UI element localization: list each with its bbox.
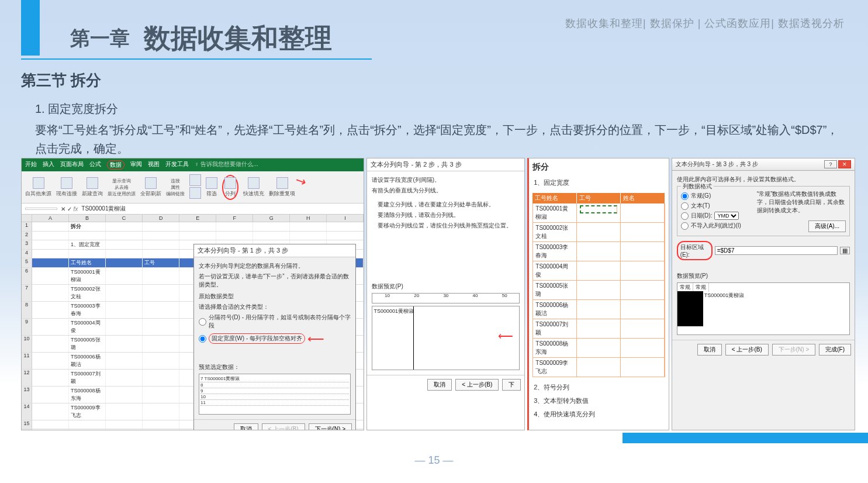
ruler[interactable]: 1020304050 (372, 293, 520, 303)
mid-sub1: 1、固定宽度 (529, 176, 669, 189)
grp-external[interactable]: 自其他来源 (25, 177, 51, 198)
formula-value: TS000001黄柳淑 (81, 205, 126, 213)
back-button[interactable]: < 上一步(B) (455, 379, 499, 391)
dialog-buttons: 取消 < 上一步(B) 下一步(N) > 完成(F) (672, 340, 855, 359)
cancel-button[interactable]: 取消 (234, 423, 258, 430)
screenshot-step3: 文本分列向导 - 第 3 步，共 3 步 ? ✕ 使用此屏内容可选择各列，并设置… (672, 158, 855, 430)
grp-querylist[interactable]: 显示查询从表格最近使用的源 (108, 178, 136, 197)
target-range-row: 目标区域(E): ▦ (677, 241, 850, 260)
advanced-button[interactable]: 高级(A)... (808, 220, 846, 232)
radio-general[interactable]: 常规(G) (681, 192, 751, 200)
table-row: TS000003李春海 (532, 242, 665, 261)
back-button[interactable]: < 上一步(B) (725, 344, 769, 356)
dlg2-line: 要建立分列线，请在要建立分列处单击鼠标。 (378, 201, 520, 209)
table-row: TS000009李飞志 (532, 358, 665, 377)
next-button-cropped[interactable]: 下 (502, 379, 521, 391)
tab[interactable]: 视图 (148, 160, 160, 170)
grp-dedup[interactable]: 删除重复项 (269, 177, 295, 198)
fx-icon[interactable]: fx (74, 206, 78, 212)
dialog-buttons: 取消 < 上一步(B) 下 (367, 375, 524, 394)
grp-refresh[interactable]: 全部刷新 (140, 177, 161, 198)
close-icon[interactable]: ✕ (838, 160, 851, 168)
body-line1: 1. 固定宽度拆分 (35, 99, 845, 118)
enter-icon[interactable]: ✓ (67, 206, 72, 212)
radio-text[interactable]: 文本(T) (681, 202, 751, 210)
grp-sort[interactable] (189, 174, 201, 200)
grp-flash[interactable]: 快速填充 (243, 177, 264, 198)
cancel-button[interactable]: 取消 (697, 344, 722, 356)
grp-query[interactable]: 新建查询 (82, 177, 103, 198)
preview-area: 常规常规 TS000001黄柳淑 (677, 282, 850, 335)
radio-date[interactable]: 日期(D): YMD (681, 212, 751, 220)
wizard-step1-dialog: 文本分列向导 - 第 1 步，共 3 步 文本分列向导判定您的数据具有分隔符。 … (193, 244, 356, 430)
table-row: TS000001黄柳淑 (532, 203, 665, 223)
back-button: < 上一步(B) (262, 423, 305, 430)
name-box[interactable] (25, 208, 57, 210)
ribbon-tabs: 开始 插入 页面布局 公式 数据 审阅 视图 开发工具 ♀ 告诉我您想要做什么.… (22, 158, 364, 171)
target-label-highlighted: 目标区域(E): (677, 241, 713, 260)
mid-sub4: 4、使用快速填充分列 (529, 408, 669, 421)
arrow-icon: ⟵ (498, 330, 513, 343)
formula-bar[interactable]: ✕ ✓ fx TS000001黄柳淑 (22, 203, 364, 215)
window-controls: ? ✕ (824, 160, 851, 168)
format-note: “常规”数据格式将数值转换成数字，日期值会转换成日期，其余数据则转换成文本。 (757, 190, 846, 215)
tab[interactable]: 公式 (89, 160, 101, 170)
next-button[interactable]: 下一步(N) > (309, 423, 352, 430)
chapter-heading: 第一章 数据收集和整理 (70, 20, 332, 57)
text-to-columns-button-highlighted[interactable]: 分列 (222, 175, 238, 200)
body-text: 1. 固定宽度拆分 要将“工号姓名”拆分成“工号”和“姓名”，先选择“工号姓名”… (35, 99, 845, 158)
dlg1-line: 若一切设置无误，请单击“下一步”，否则请选择最合适的数据类型。 (199, 272, 351, 289)
column-format-fieldset: 列数据格式 常规(G) 文本(T) 日期(D): YMD 不导入此列(跳过)(I… (677, 186, 850, 236)
title-underline (21, 58, 372, 60)
mid-title: 拆分 (529, 158, 669, 176)
mid-sub2: 2、符号分列 (529, 381, 669, 394)
finish-button[interactable]: 完成(F) (819, 344, 851, 356)
footer-accent (623, 433, 868, 443)
ribbon-commands: 自其他来源 现有连接 新建查询 显示查询从表格最近使用的源 全部刷新 连接属性编… (22, 171, 364, 203)
dlg1-line: 请选择最合适的文件类型： (199, 303, 351, 311)
screenshots-row: 开始 插入 页面布局 公式 数据 审阅 视图 开发工具 ♀ 告诉我您想要做什么.… (21, 158, 855, 430)
section-title: 第三节 拆分 (21, 70, 101, 91)
dialog-title: 文本分列向导 - 第 1 步，共 3 步 (194, 244, 355, 257)
grp-conn[interactable]: 现有连接 (56, 177, 77, 198)
dlg2-line: 要移动分列线位置，请按住分列线并拖至指定位置。 (378, 222, 520, 230)
chapter-label: 第一章 (70, 27, 130, 49)
table-row: TS000006杨颖洁 (532, 300, 665, 319)
grp-connlist[interactable]: 连接属性编辑链接 (166, 178, 185, 197)
tab-data-highlighted[interactable]: 数据 (107, 160, 125, 170)
selection-marker (580, 205, 617, 213)
target-range-input[interactable] (715, 246, 838, 255)
tab[interactable]: 插入 (43, 160, 54, 170)
radio-fixed-width-highlighted[interactable]: 固定宽度(W) - 每列字段加空格对齐⟵ (199, 332, 351, 346)
dlg2-line: 要清除分列线，请双击分列线。 (378, 211, 520, 219)
breadcrumb: 数据收集和整理| 数据保护 | 公式函数应用| 数据透视分析 (565, 16, 845, 30)
col-headers: ABC DEF GHI (22, 215, 364, 222)
dlg1-subhead: 原始数据类型 (199, 292, 351, 301)
cancel-button[interactable]: 取消 (427, 379, 452, 391)
mid-sub3: 3、文本型转为数值 (529, 394, 669, 408)
tab[interactable]: 开发工具 (165, 160, 189, 170)
date-format-select[interactable]: YMD (714, 212, 739, 220)
screenshot-step2: 文本分列向导 - 第 2 步，共 3 步 请设置字段宽度(列间隔)。 有箭头的垂… (366, 158, 525, 430)
tab[interactable]: 审阅 (130, 160, 142, 170)
tab[interactable]: 开始 (25, 160, 37, 170)
grp-filter[interactable]: 筛选 (206, 177, 217, 198)
preview-area[interactable]: TS000001黄柳淑 ⟵ (372, 306, 520, 370)
range-picker-icon[interactable]: ▦ (840, 247, 850, 254)
radio-skip[interactable]: 不导入此列(跳过)(I) (681, 222, 751, 230)
screenshot-result: 拆分 1、固定宽度 工号姓名工号姓名 TS000001黄柳淑 TS000002张… (527, 158, 669, 430)
table-row: TS000005张璐 (532, 281, 665, 300)
tab[interactable]: 页面布局 (60, 160, 84, 170)
help-icon[interactable]: ? (824, 160, 837, 168)
radio-delimited[interactable]: 分隔符号(D) - 用分隔字符，如逗号或制表符分隔每个字段 (199, 313, 351, 330)
dialog-title: 文本分列向导 - 第 2 步，共 3 步 (367, 158, 524, 171)
dlg2-line: 请设置字段宽度(列间隔)。 (372, 176, 520, 184)
screenshot-excel-step1: 开始 插入 页面布局 公式 数据 审阅 视图 开发工具 ♀ 告诉我您想要做什么.… (21, 158, 364, 430)
cancel-icon[interactable]: ✕ (61, 206, 65, 212)
preview-label: 预览选定数据： (199, 363, 351, 371)
selected-column[interactable] (677, 291, 703, 326)
break-line[interactable] (413, 306, 414, 370)
tellme-hint[interactable]: 告诉我您想要做什么... (200, 161, 258, 167)
preview-box: 7 TS000001黄柳淑 8 9 10 11 (199, 374, 351, 415)
sheet-title: 拆分 (69, 222, 106, 231)
